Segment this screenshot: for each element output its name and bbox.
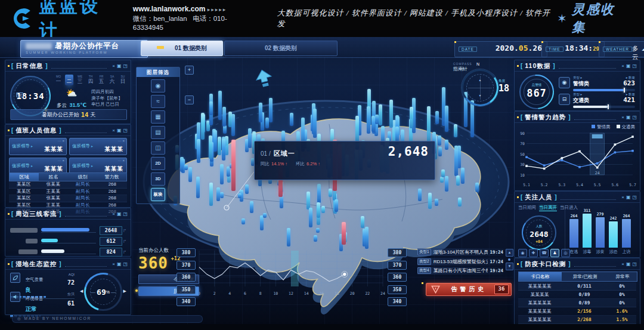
window-icon[interactable]: ▣	[626, 115, 631, 121]
weekday-5[interactable]: SA六	[108, 75, 116, 85]
office-line-chart: 024681012141618202224	[197, 247, 385, 302]
layer-button-radar[interactable]: ≈	[151, 95, 165, 108]
weather-plate: WEATHER 多云 ☁	[599, 41, 644, 57]
screenshot-stage: 蓝蓝设计 www.lanlanwork.com ▸▸▸▸▸ 微信：ben_lan…	[0, 0, 644, 330]
focus-tab[interactable]: 当日期间	[518, 205, 536, 211]
tab-data-category-1[interactable]: 01 数据类别	[141, 41, 223, 56]
mom-stat: 环比6.2% ↑	[296, 161, 320, 167]
weekday-6[interactable]: SU日	[119, 75, 127, 85]
chart-icon[interactable]: ◉	[518, 249, 527, 257]
weekday-4[interactable]: FR五	[97, 75, 106, 85]
bottom-strip	[0, 324, 644, 330]
alert-row[interactable]: 类型4某路口有小汽车连闯三个红灯19:24	[417, 267, 503, 275]
window-icon[interactable]: ▣	[626, 261, 631, 267]
close-icon[interactable]: ×	[621, 115, 624, 121]
zoom-out-button[interactable]: −	[185, 95, 194, 104]
layer-button-list[interactable]: ▤	[151, 126, 165, 139]
chevron-up-icon[interactable]: ▲	[479, 78, 482, 82]
arrow-left-icon[interactable]: ◀	[80, 289, 83, 294]
close-icon[interactable]: ×	[112, 261, 115, 267]
expand-icon[interactable]: ◳	[632, 195, 637, 201]
map-data-bar	[220, 192, 224, 198]
yaxis-label: 380	[177, 248, 196, 257]
alert-type-tag: 类型4	[417, 267, 431, 274]
window-icon[interactable]: ▣	[117, 128, 122, 134]
expand-icon[interactable]: ◳	[123, 261, 128, 267]
svg-text:6: 6	[244, 291, 246, 296]
flow-row: 612|*	[10, 237, 126, 245]
map-data-bar	[223, 125, 227, 134]
duty-leader-card[interactable]: 值班领导 ▸··· ×某某某	[69, 138, 127, 155]
scroll-up-icon[interactable]: ▲	[506, 249, 513, 257]
police-type-item: ◉ 类型 ▸警情类 ▸ 数量623	[559, 76, 635, 94]
redacted-line-label	[10, 228, 38, 233]
close-icon[interactable]: ×	[621, 63, 624, 69]
expand-icon[interactable]: ◳	[632, 261, 637, 267]
tab-data-category-2[interactable]: 02 数据类别	[224, 41, 338, 56]
chevron-down-icon[interactable]: ▼	[479, 94, 482, 97]
expand-icon[interactable]: ◳	[123, 63, 128, 69]
scroll-down-icon[interactable]: ▼	[506, 263, 513, 270]
expand-icon[interactable]: ◳	[123, 128, 128, 134]
close-icon[interactable]: ×	[112, 211, 115, 217]
window-icon[interactable]: ▣	[117, 63, 122, 69]
alert-history-banner[interactable]: 告警历史 36	[426, 283, 512, 296]
zoom-in-button[interactable]: +	[185, 66, 194, 75]
alarm-icon: ◉	[559, 77, 570, 88]
svg-text:24: 24	[595, 171, 600, 175]
layer-button-camera[interactable]: ◉	[151, 79, 165, 92]
arrow-right-icon[interactable]: ▶	[123, 289, 126, 294]
alert-row[interactable]: 类型1湿地3-104片区有不明人员闯入19:24	[417, 248, 503, 256]
person-icon[interactable]: ♟	[550, 249, 559, 257]
close-icon[interactable]: ×	[621, 261, 624, 267]
layer-button-grid[interactable]: ▦	[151, 110, 165, 124]
duty-table-row: 某某区王某某副局长268	[9, 189, 127, 196]
close-icon[interactable]: ×	[112, 63, 115, 69]
duty-leader-card[interactable]: 值班领导 ▸··· ×某某某	[9, 138, 67, 155]
total-label: 总警情	[524, 83, 549, 87]
alert-row[interactable]: 类型2RD13-53烟感报警疑似火灾17:24	[417, 258, 503, 266]
expand-icon[interactable]: ◳	[632, 63, 637, 69]
panel-title: 防疫卡口检测	[525, 260, 566, 269]
weekday-2[interactable]: WE三	[76, 75, 84, 85]
map-data-bar	[218, 91, 222, 120]
lunar-line: 庚子年【鼠年】	[91, 95, 123, 102]
layer-button-blocks[interactable]: ◫	[151, 141, 165, 155]
layer-button-mode-area[interactable]: 板块	[151, 188, 165, 201]
weekday-3[interactable]: TH四	[86, 75, 95, 85]
close-icon[interactable]: ×	[112, 128, 115, 134]
expand-icon[interactable]: ◳	[632, 115, 637, 121]
yaxis-label: 360	[177, 273, 196, 282]
map-data-bar	[313, 109, 317, 138]
car-icon: ⊟	[559, 94, 570, 105]
map-data-bar	[438, 135, 441, 146]
window-icon[interactable]: ▣	[117, 211, 122, 217]
summer-notice: 暑期办公已开始14天	[10, 109, 127, 120]
compass-widget: COMPASS 指南针 N ▲ ▼ 角度 18	[453, 62, 513, 118]
window-icon[interactable]: ▣	[626, 63, 631, 69]
focus-filter-icons: ◉✚☎♟◎	[518, 249, 570, 257]
expand-icon[interactable]: ◳	[123, 211, 128, 217]
tab-dash-icon	[157, 46, 164, 49]
scroll-thumb[interactable]	[508, 258, 510, 261]
lunar-line: 辛巳月 己巳日	[91, 101, 123, 108]
weekday-0[interactable]: MO一	[54, 75, 63, 85]
inspiration-collect[interactable]: ✶ 灵感收集	[557, 1, 628, 36]
window-icon[interactable]: ▣	[626, 195, 631, 201]
close-icon[interactable]: ×	[621, 195, 624, 201]
redacted-city-name	[26, 43, 52, 50]
speaker-icon	[10, 292, 20, 302]
window-icon[interactable]: ▣	[117, 261, 122, 267]
banner-url[interactable]: www.lanlanwork.com	[133, 5, 206, 13]
map-data-bar	[269, 98, 273, 122]
focus-tab[interactable]: 当日离开	[539, 205, 557, 211]
dashboard: 图层筛选 ◉≈▦▤◫2D3D板块 COMPASS 指南针 N ▲ ▼ 角度 18	[0, 37, 644, 330]
time-value: 18:34:29	[565, 44, 599, 53]
pen-icon[interactable]: ✚	[529, 249, 538, 257]
layer-button-mode-2d[interactable]: 2D	[151, 157, 165, 170]
map-data-bar	[317, 184, 321, 203]
layer-button-mode-3d[interactable]: 3D	[151, 172, 165, 186]
weekday-1[interactable]: TU二	[65, 75, 73, 85]
phone-icon[interactable]: ☎	[540, 249, 549, 257]
compass-ring[interactable]: ▲ ▼	[462, 69, 499, 106]
